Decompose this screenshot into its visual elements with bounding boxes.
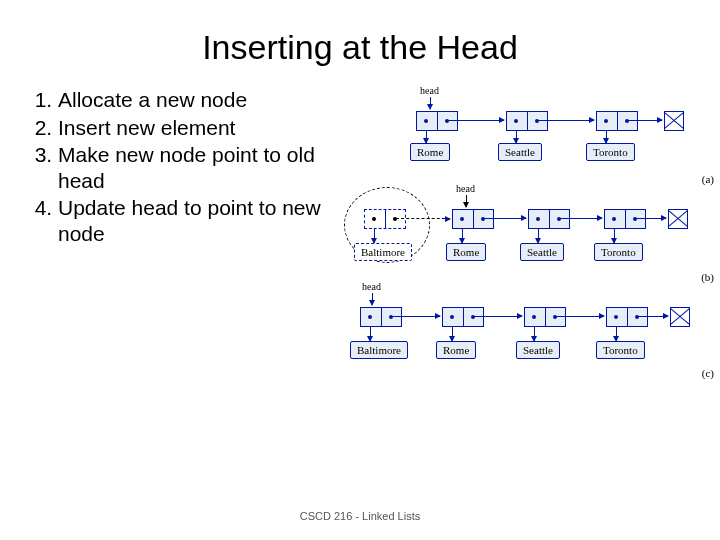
step-2: Insert new element <box>58 115 350 141</box>
node-c-0 <box>360 307 402 327</box>
diagram-b: head Baltimore Rome Seattle Toronto (b) <box>350 185 720 279</box>
arrow-b-3 <box>636 218 666 219</box>
node-b-1 <box>452 209 494 229</box>
link-a-2 <box>516 131 517 143</box>
node-b-2 <box>528 209 570 229</box>
arrow-b-1 <box>484 218 526 219</box>
arrow-c-1 <box>474 316 522 317</box>
caption-c: (c) <box>702 367 714 379</box>
arrow-b-2 <box>560 218 602 219</box>
step-3: Make new node point to old head <box>58 142 350 193</box>
name-c-2: Seattle <box>516 341 560 359</box>
arrow-c-2 <box>556 316 604 317</box>
name-a-3: Toronto <box>586 143 635 161</box>
name-a-2: Seattle <box>498 143 542 161</box>
diagram-column: head Rome Seattle Toronto (a) head <box>350 87 720 375</box>
arrow-c-0 <box>392 316 440 317</box>
caption-a: (a) <box>702 173 714 185</box>
arrow-b-new <box>396 218 450 220</box>
name-b-new: Baltimore <box>354 243 412 261</box>
node-c-3 <box>606 307 648 327</box>
node-c-1 <box>442 307 484 327</box>
name-c-0: Baltimore <box>350 341 408 359</box>
name-c-3: Toronto <box>596 341 645 359</box>
link-c-3 <box>616 327 617 341</box>
arrow-a-3 <box>628 120 662 121</box>
slide-title: Inserting at the Head <box>0 0 720 77</box>
name-b-3: Toronto <box>594 243 643 261</box>
head-pointer-c <box>372 293 373 305</box>
head-label-a: head <box>420 85 439 96</box>
head-label-c: head <box>362 281 381 292</box>
link-b-2 <box>538 229 539 243</box>
link-b-3 <box>614 229 615 243</box>
name-b-1: Rome <box>446 243 486 261</box>
arrow-a-2 <box>538 120 594 121</box>
null-box-a <box>664 111 684 131</box>
link-c-1 <box>452 327 453 341</box>
link-b-new <box>374 229 375 243</box>
link-b-1 <box>462 229 463 243</box>
node-a-2 <box>506 111 548 131</box>
link-a-1 <box>426 131 427 143</box>
node-b-3 <box>604 209 646 229</box>
caption-b: (b) <box>701 271 714 283</box>
steps-column: Allocate a new node Insert new element M… <box>0 87 350 375</box>
null-box-b <box>668 209 688 229</box>
head-pointer-a <box>430 97 431 109</box>
node-a-1 <box>416 111 458 131</box>
name-a-1: Rome <box>410 143 450 161</box>
diagram-c: head Baltimore Rome Seattle Toronto (c) <box>350 283 720 371</box>
link-c-2 <box>534 327 535 341</box>
step-1: Allocate a new node <box>58 87 350 113</box>
name-c-1: Rome <box>436 341 476 359</box>
arrow-a-1 <box>448 120 504 121</box>
null-box-c <box>670 307 690 327</box>
node-a-3 <box>596 111 638 131</box>
head-pointer-b <box>466 195 467 207</box>
step-4: Update head to point to new node <box>58 195 350 246</box>
diagram-a: head Rome Seattle Toronto (a) <box>350 87 720 181</box>
content-row: Allocate a new node Insert new element M… <box>0 87 720 375</box>
node-c-2 <box>524 307 566 327</box>
link-a-3 <box>606 131 607 143</box>
arrow-c-3 <box>638 316 668 317</box>
link-c-0 <box>370 327 371 341</box>
name-b-2: Seattle <box>520 243 564 261</box>
head-label-b: head <box>456 183 475 194</box>
slide-footer: CSCD 216 - Linked Lists <box>0 510 720 522</box>
